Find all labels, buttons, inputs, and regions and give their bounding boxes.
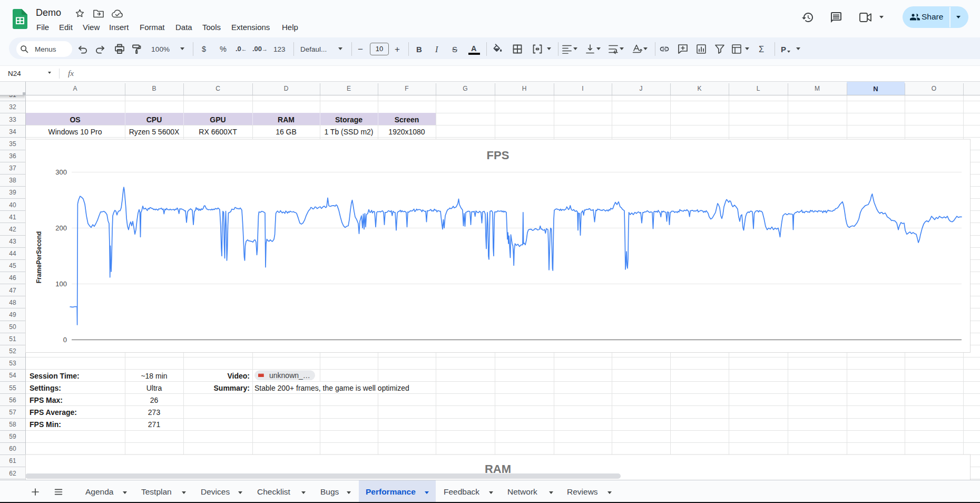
svg-text:35: 35 (9, 140, 16, 148)
svg-text:271: 271 (148, 420, 161, 429)
svg-text:58: 58 (9, 421, 16, 428)
svg-text:1920x1080: 1920x1080 (388, 128, 425, 136)
svg-text:16 GB: 16 GB (276, 128, 297, 136)
svg-text:CPU: CPU (146, 115, 162, 124)
svg-text:51: 51 (9, 335, 16, 343)
svg-text:Storage: Storage (335, 115, 362, 124)
svg-text:RX 6600XT: RX 6600XT (199, 128, 237, 136)
svg-text:N: N (873, 85, 878, 93)
svg-text:FPS Max:: FPS Max: (30, 396, 63, 404)
svg-text:unknown_…: unknown_… (269, 371, 310, 380)
svg-text:38: 38 (9, 177, 16, 184)
svg-text:FPS Min:: FPS Min: (30, 420, 61, 429)
svg-text:I: I (582, 85, 583, 92)
svg-text:F: F (405, 85, 408, 92)
svg-text:62: 62 (9, 470, 16, 477)
svg-text:~18 min: ~18 min (141, 372, 167, 380)
svg-text:32: 32 (9, 103, 16, 111)
svg-text:53: 53 (9, 360, 16, 367)
svg-text:J: J (640, 85, 643, 92)
svg-text:Stable 200+ frames, the game i: Stable 200+ frames, the game is well opt… (254, 384, 409, 392)
svg-text:GPU: GPU (210, 115, 226, 124)
svg-text:Session Time:: Session Time: (30, 372, 80, 380)
svg-text:O: O (932, 85, 936, 92)
svg-text:57: 57 (9, 409, 16, 416)
svg-text:RAM: RAM (278, 115, 295, 124)
svg-text:M: M (815, 85, 820, 92)
svg-text:36: 36 (9, 152, 16, 160)
svg-text:FPS: FPS (487, 149, 509, 162)
svg-text:50: 50 (9, 323, 16, 331)
svg-text:47: 47 (9, 287, 16, 294)
svg-text:44: 44 (9, 250, 16, 257)
svg-text:L: L (757, 85, 760, 92)
svg-text:K: K (697, 85, 701, 92)
svg-text:37: 37 (9, 165, 16, 172)
svg-text:56: 56 (9, 396, 16, 404)
svg-text:54: 54 (9, 372, 16, 379)
svg-text:0: 0 (63, 336, 67, 344)
svg-text:61: 61 (9, 457, 16, 465)
svg-text:39: 39 (9, 189, 16, 196)
svg-text:FramePerSecond: FramePerSecond (35, 231, 43, 284)
svg-text:D: D (284, 85, 289, 92)
svg-text:273: 273 (148, 408, 161, 417)
svg-text:H: H (522, 85, 527, 92)
svg-text:G: G (463, 85, 467, 92)
svg-text:59: 59 (9, 433, 16, 440)
svg-text:E: E (347, 85, 351, 92)
svg-text:Video:: Video: (227, 372, 250, 380)
svg-text:40: 40 (9, 201, 16, 209)
svg-text:100: 100 (55, 280, 67, 288)
svg-text:Ultra: Ultra (146, 384, 162, 392)
svg-text:52: 52 (9, 347, 16, 355)
svg-text:Ryzen 5 5600X: Ryzen 5 5600X (129, 128, 180, 136)
svg-text:26: 26 (150, 396, 159, 404)
svg-text:1 Tb (SSD m2): 1 Tb (SSD m2) (324, 128, 373, 136)
svg-text:43: 43 (9, 238, 16, 245)
svg-text:200: 200 (55, 224, 67, 232)
svg-text:33: 33 (9, 116, 16, 123)
svg-text:B: B (152, 85, 156, 92)
svg-text:46: 46 (9, 274, 16, 282)
svg-text:C: C (215, 85, 220, 92)
svg-text:Summary:: Summary: (214, 384, 250, 392)
svg-text:Settings:: Settings: (30, 384, 61, 392)
svg-text:48: 48 (9, 299, 16, 306)
svg-text:49: 49 (9, 311, 16, 318)
svg-text:45: 45 (9, 262, 16, 269)
svg-text:A: A (73, 85, 77, 92)
svg-text:34: 34 (9, 128, 16, 136)
svg-text:55: 55 (9, 384, 16, 392)
svg-text:Windows 10 Pro: Windows 10 Pro (48, 128, 102, 136)
svg-text:Screen: Screen (395, 115, 419, 124)
svg-text:FPS Average:: FPS Average: (30, 408, 77, 417)
svg-text:42: 42 (9, 226, 16, 233)
svg-text:300: 300 (55, 168, 67, 176)
svg-text:41: 41 (9, 214, 16, 221)
svg-text:OS: OS (70, 115, 80, 124)
svg-text:60: 60 (9, 445, 16, 452)
